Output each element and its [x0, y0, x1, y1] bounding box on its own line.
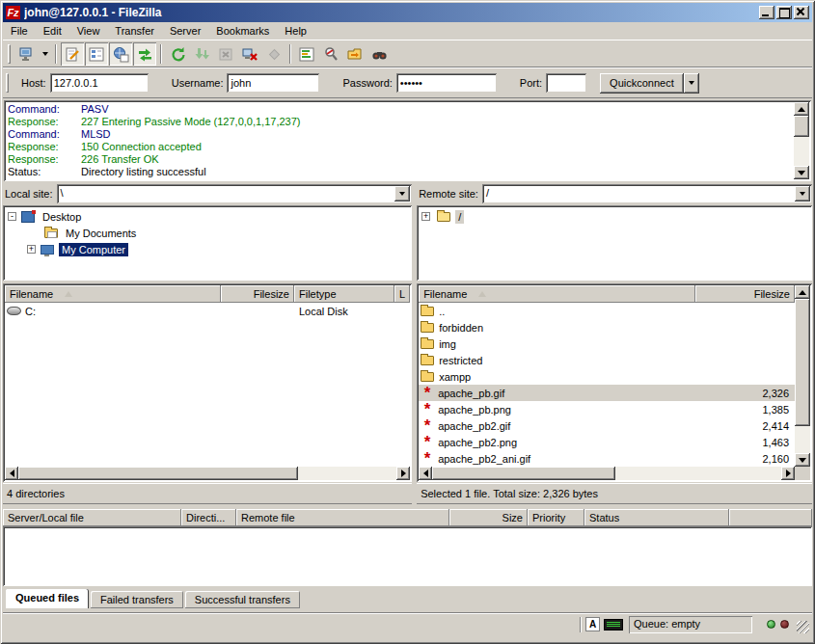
log-scrollbar[interactable]: [794, 102, 809, 179]
menu-file[interactable]: File: [3, 23, 36, 39]
remote-vertical-scrollbar[interactable]: [795, 285, 810, 480]
scroll-thumb[interactable]: [795, 299, 810, 426]
directory-comparison-button[interactable]: [295, 42, 318, 66]
scroll-right-button[interactable]: [396, 467, 410, 480]
scroll-down-button[interactable]: [794, 166, 809, 179]
speed-limit-indicator-icon[interactable]: [604, 619, 623, 631]
expand-icon[interactable]: +: [27, 245, 36, 254]
column-header-status[interactable]: Status: [584, 509, 729, 526]
scroll-up-button[interactable]: [794, 102, 809, 116]
toggle-transfer-queue-button[interactable]: [133, 42, 156, 66]
column-header-filesize[interactable]: Filesize: [695, 285, 795, 303]
tab-successful-transfers[interactable]: Successful transfers: [185, 591, 300, 608]
maximize-button[interactable]: [776, 6, 792, 19]
host-input[interactable]: [50, 73, 149, 93]
minimize-button[interactable]: [759, 6, 774, 19]
remote-file-row-selected[interactable]: *apache_pb.gif 2,326: [419, 385, 795, 401]
quickconnect-grip[interactable]: [6, 73, 9, 93]
find-files-button[interactable]: [367, 42, 391, 66]
tree-item-desktop[interactable]: - Desktop: [6, 208, 409, 225]
reconnect-button[interactable]: [262, 42, 285, 66]
filter-icon: [323, 46, 340, 63]
remote-file-row[interactable]: xampp: [419, 368, 795, 385]
tab-queued-files[interactable]: Queued files: [6, 589, 89, 608]
filter-button[interactable]: [319, 42, 342, 66]
toolbar-grip[interactable]: [8, 44, 11, 64]
local-list-header: Filename Filesize Filetype L: [5, 285, 410, 303]
tree-item-root[interactable]: + /: [420, 208, 809, 225]
scroll-left-button[interactable]: [419, 467, 432, 480]
scroll-track[interactable]: [298, 467, 396, 480]
process-queue-button[interactable]: [190, 42, 213, 66]
column-header-server-local-file[interactable]: Server/Local file: [3, 509, 181, 526]
chevron-down-icon: [800, 192, 805, 196]
ascii-mode-icon[interactable]: A: [585, 617, 600, 631]
column-header-filename[interactable]: Filename: [419, 285, 695, 303]
scroll-down-button[interactable]: [795, 453, 810, 467]
local-horizontal-scrollbar[interactable]: [5, 467, 410, 480]
scroll-up-button[interactable]: [795, 285, 810, 299]
menu-view[interactable]: View: [69, 23, 108, 39]
column-header-lastmodified[interactable]: L: [394, 285, 410, 303]
refresh-icon: [170, 46, 186, 63]
close-button[interactable]: [794, 6, 809, 19]
collapse-icon[interactable]: -: [8, 212, 16, 221]
scroll-left-button[interactable]: [5, 467, 18, 480]
menu-server[interactable]: Server: [162, 23, 208, 39]
remote-file-row[interactable]: forbidden: [419, 319, 795, 335]
remote-file-row[interactable]: *apache_pb2_ani.gif 2,160: [419, 450, 795, 467]
menu-transfer[interactable]: Transfer: [107, 23, 162, 39]
title-bar[interactable]: Fz john@127.0.0.1 - FileZilla: [3, 3, 812, 22]
port-input[interactable]: [546, 73, 586, 93]
menu-bookmarks[interactable]: Bookmarks: [208, 23, 277, 39]
tab-failed-transfers[interactable]: Failed transfers: [91, 591, 183, 608]
quickconnect-button[interactable]: Quickconnect: [600, 73, 684, 94]
remote-file-row[interactable]: ..: [419, 303, 795, 319]
remote-file-row[interactable]: *apache_pb.png 1,385: [419, 401, 795, 417]
resize-grip[interactable]: [797, 621, 809, 633]
column-header-direction[interactable]: Directi...: [181, 509, 236, 526]
scroll-track[interactable]: [794, 137, 809, 166]
scroll-thumb[interactable]: [432, 467, 615, 480]
tree-item-my-computer[interactable]: + My Computer: [6, 241, 409, 257]
local-file-row[interactable]: C: Local Disk: [5, 303, 410, 319]
column-header-remote-file[interactable]: Remote file: [236, 509, 449, 526]
scroll-track[interactable]: [795, 426, 810, 453]
column-header-filesize[interactable]: Filesize: [221, 285, 294, 303]
remote-file-row[interactable]: *apache_pb2.gif 2,414: [419, 417, 795, 434]
local-site-dropdown[interactable]: [394, 186, 410, 201]
menu-help[interactable]: Help: [277, 23, 314, 39]
username-input[interactable]: [227, 73, 319, 93]
column-header-filename[interactable]: Filename: [5, 285, 221, 303]
file-size: [695, 352, 795, 368]
tree-item-my-documents[interactable]: My Documents: [6, 225, 409, 241]
menu-edit[interactable]: Edit: [36, 23, 69, 39]
site-manager-dropdown[interactable]: [39, 42, 51, 66]
remote-file-row[interactable]: restricted: [419, 352, 795, 368]
site-manager-button[interactable]: [14, 42, 38, 66]
scroll-thumb[interactable]: [794, 116, 809, 137]
local-site-combobox[interactable]: \: [57, 184, 413, 203]
password-input[interactable]: [396, 73, 497, 93]
column-header-filetype[interactable]: Filetype: [294, 285, 394, 303]
remote-site-combobox[interactable]: /: [482, 184, 812, 203]
toggle-remote-tree-button[interactable]: [109, 42, 132, 66]
remote-site-dropdown[interactable]: [795, 186, 810, 201]
toggle-message-log-button[interactable]: [61, 42, 84, 66]
remote-file-row[interactable]: img: [419, 335, 795, 352]
toggle-local-tree-button[interactable]: [85, 42, 108, 66]
expand-icon[interactable]: +: [421, 212, 430, 221]
disconnect-button[interactable]: [238, 42, 261, 66]
scroll-right-button[interactable]: [781, 467, 795, 480]
remote-horizontal-scrollbar[interactable]: [419, 467, 795, 480]
queue-list[interactable]: [3, 526, 812, 586]
column-header-size[interactable]: Size: [449, 509, 528, 526]
synchronized-browsing-button[interactable]: [343, 42, 367, 66]
scroll-track[interactable]: [615, 467, 781, 480]
scroll-thumb[interactable]: [18, 467, 298, 480]
cancel-operation-button[interactable]: [214, 42, 237, 66]
quickconnect-dropdown[interactable]: [684, 73, 699, 94]
remote-file-row[interactable]: *apache_pb2.png 1,463: [419, 434, 795, 450]
refresh-button[interactable]: [166, 42, 189, 66]
column-header-priority[interactable]: Priority: [528, 509, 584, 526]
